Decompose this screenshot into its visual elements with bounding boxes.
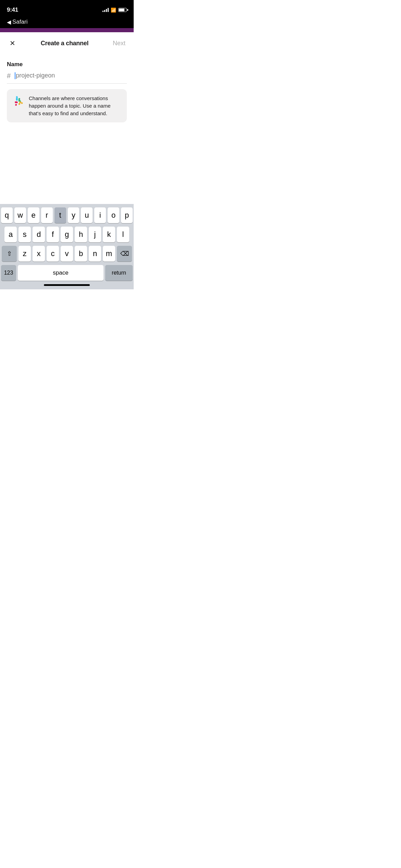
safari-back-bar[interactable]: ◀ Safari [0, 17, 134, 28]
key-h[interactable]: h [75, 227, 87, 242]
key-y[interactable]: y [68, 207, 80, 223]
purple-accent-bar [0, 28, 134, 32]
name-label: Name [7, 61, 127, 68]
form-content: Name # Channels are [0, 54, 134, 122]
status-icons: 📶 [102, 8, 127, 13]
channel-name-input[interactable] [16, 72, 127, 79]
space-key[interactable]: space [18, 265, 104, 281]
key-i[interactable]: i [94, 207, 106, 223]
keyboard: q w e r t y u i o p a s d f g h j k l ⇧ … [0, 204, 134, 289]
key-v[interactable]: v [61, 246, 73, 262]
keyboard-row-3: ⇧ z x c v b n m ⌫ [1, 246, 133, 262]
key-m[interactable]: m [103, 246, 115, 262]
key-d[interactable]: d [33, 227, 45, 242]
key-k[interactable]: k [103, 227, 115, 242]
home-indicator [1, 283, 133, 288]
modal-title: Create a channel [41, 40, 88, 47]
next-button[interactable]: Next [111, 38, 127, 48]
key-q[interactable]: q [1, 207, 13, 223]
safari-back-label: Safari [12, 19, 27, 25]
key-s[interactable]: s [19, 227, 31, 242]
key-x[interactable]: x [33, 246, 45, 262]
channel-name-field[interactable]: # [7, 72, 127, 84]
keyboard-row-2: a s d f g h j k l [1, 227, 133, 242]
info-box: Channels are where conversations happen … [7, 89, 127, 122]
key-t[interactable]: t [54, 207, 66, 223]
key-l[interactable]: l [117, 227, 129, 242]
status-bar: 9:41 📶 [0, 0, 134, 17]
key-e[interactable]: e [28, 207, 39, 223]
hash-icon: # [7, 72, 11, 79]
modal-header: ✕ Create a channel Next [0, 32, 134, 54]
slack-logo-icon [12, 95, 25, 108]
text-cursor [15, 72, 15, 79]
key-b[interactable]: b [75, 246, 87, 262]
battery-icon [118, 8, 127, 12]
return-key[interactable]: return [105, 265, 133, 281]
key-g[interactable]: g [61, 227, 73, 242]
key-c[interactable]: c [47, 246, 59, 262]
close-button[interactable]: ✕ [7, 38, 18, 49]
key-f[interactable]: f [47, 227, 59, 242]
close-icon: ✕ [10, 39, 15, 47]
key-u[interactable]: u [81, 207, 93, 223]
key-n[interactable]: n [89, 246, 101, 262]
key-a[interactable]: a [4, 227, 17, 242]
keyboard-bottom-row: 123 space return [1, 265, 133, 281]
home-bar [44, 284, 90, 286]
status-time: 9:41 [7, 7, 18, 13]
key-o[interactable]: o [108, 207, 119, 223]
svg-rect-3 [19, 101, 21, 103]
key-r[interactable]: r [41, 207, 53, 223]
signal-icon [102, 8, 109, 12]
back-chevron-icon: ◀ [7, 19, 11, 25]
numbers-key[interactable]: 123 [1, 265, 16, 281]
key-w[interactable]: w [14, 207, 26, 223]
key-z[interactable]: z [19, 246, 31, 262]
shift-key[interactable]: ⇧ [2, 246, 17, 262]
wifi-icon: 📶 [111, 8, 116, 13]
keyboard-row-1: q w e r t y u i o p [1, 207, 133, 223]
delete-key[interactable]: ⌫ [117, 246, 132, 262]
info-text: Channels are where conversations happen … [29, 95, 121, 117]
key-p[interactable]: p [121, 207, 133, 223]
key-j[interactable]: j [89, 227, 101, 242]
